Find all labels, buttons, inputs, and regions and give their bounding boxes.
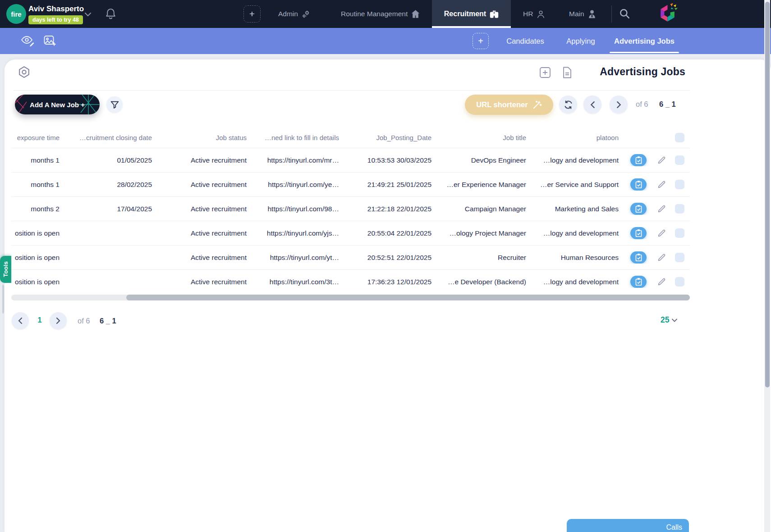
edit-row-button[interactable]: [657, 253, 666, 262]
image-add-icon: [43, 35, 56, 47]
clipboard-check-icon: [634, 229, 643, 237]
cell-signed-link[interactable]: https://tinyurl.com/yjs…: [250, 229, 343, 237]
horizontal-scrollbar[interactable]: [11, 295, 690, 300]
cell-signed-link[interactable]: https://tinyurl.com/yt…: [250, 254, 343, 262]
nav-item-hr[interactable]: HR: [523, 0, 545, 28]
person-tie-icon: [588, 10, 596, 18]
edit-row-button[interactable]: [657, 180, 666, 189]
notifications-button[interactable]: [105, 8, 116, 21]
row-checkbox[interactable]: [675, 180, 684, 189]
calls-panel-button[interactable]: Calls: [567, 519, 689, 532]
tab-label: Applying: [566, 37, 595, 45]
pencil-icon: [657, 277, 666, 286]
cell-actions: [622, 178, 670, 191]
horizontal-scrollbar-thumb[interactable]: [126, 295, 690, 300]
user-menu-chevron[interactable]: [85, 10, 91, 18]
row-checkbox[interactable]: [675, 253, 684, 262]
cell-signed-link[interactable]: https://tinyurl.com/98…: [250, 205, 343, 213]
col-exposure-time[interactable]: exposure time: [11, 134, 63, 141]
clipboard-task-button[interactable]: [630, 178, 647, 191]
cell-posting-date: 10:53:53 30/03/2025: [343, 156, 435, 164]
add-new-job-button[interactable]: Add A New Job +: [15, 95, 100, 114]
header-divider: [14, 90, 690, 91]
footer-next-button[interactable]: [50, 312, 67, 329]
row-checkbox[interactable]: [675, 155, 684, 165]
user-name[interactable]: Aviv Shasperto: [28, 5, 84, 14]
view-settings-button[interactable]: [17, 65, 31, 81]
active-tab-underline: [610, 52, 679, 54]
cell-signed-link[interactable]: https://tinyurl.com/3t…: [250, 278, 343, 286]
pager-range-label: 6 _ 1: [659, 100, 676, 109]
cell-signed-link[interactable]: https://tinyurl.com/mr…: [250, 156, 343, 164]
footer-prev-button[interactable]: [12, 312, 29, 329]
cell-signed-link[interactable]: https://tinyurl.com/ye…: [250, 181, 343, 189]
clipboard-task-button[interactable]: [630, 276, 647, 288]
eye-edit-icon: [21, 34, 35, 47]
hex-settings-icon: [17, 65, 31, 79]
page-size-dropdown[interactable]: 25: [661, 315, 677, 325]
cell-job-status: Active recruitment: [156, 278, 250, 286]
pager-prev-button[interactable]: [583, 95, 601, 114]
pager-next-button[interactable]: [610, 95, 628, 114]
add-image-view-button[interactable]: [43, 35, 56, 48]
edit-row-button[interactable]: [657, 277, 666, 286]
nav-item-admin[interactable]: Admin: [278, 0, 310, 28]
cell-platoon: …logy and development: [530, 278, 622, 286]
cell-platoon: …logy and development: [530, 156, 622, 164]
add-nav-tab-button[interactable]: +: [243, 5, 261, 23]
tab-advertising-jobs[interactable]: Advertising Jobs: [610, 28, 679, 54]
col-platoon[interactable]: platoon: [530, 134, 622, 141]
row-checkbox[interactable]: [675, 228, 684, 238]
edit-view-button[interactable]: [21, 34, 35, 49]
cell-actions: [622, 251, 670, 264]
col-job-title[interactable]: Job title: [435, 134, 530, 141]
table-row[interactable]: osition is open Active recruitment https…: [11, 245, 690, 269]
col-posting-date[interactable]: Job_Posting_Date: [343, 134, 435, 141]
nav-item-main[interactable]: Main: [569, 0, 596, 28]
clipboard-task-button[interactable]: [630, 203, 647, 215]
page-size-value: 25: [661, 315, 669, 325]
cell-job-status: Active recruitment: [156, 181, 250, 189]
current-page-number[interactable]: 1: [35, 316, 44, 325]
edit-row-button[interactable]: [657, 156, 666, 164]
workspace-logo[interactable]: fire: [6, 4, 26, 24]
url-shortener-button[interactable]: URL shortener: [465, 95, 553, 115]
clipboard-task-button[interactable]: [630, 227, 647, 239]
clipboard-task-button[interactable]: [630, 251, 647, 264]
row-checkbox[interactable]: [675, 204, 684, 214]
tools-side-tab[interactable]: Tools: [0, 256, 11, 283]
table-vertical-scrollbar-thumb[interactable]: [2, 285, 4, 314]
table-row[interactable]: months 2 17/04/2025 Active recruitment h…: [11, 196, 690, 221]
cell-posting-date: 20:52:51 22/01/2025: [343, 254, 435, 262]
footer-of-label: of 6: [78, 317, 90, 325]
nav-item-routine-management[interactable]: Routine Management: [341, 0, 420, 28]
table-row[interactable]: osition is open Active recruitment https…: [11, 221, 690, 245]
tab-applying[interactable]: Applying: [559, 28, 602, 54]
col-job-status[interactable]: Job status: [156, 134, 250, 141]
cell-posting-date: 21:49:21 25/01/2025: [343, 181, 435, 189]
col-signed-link[interactable]: …ned link to fill in details: [250, 134, 343, 141]
view-subnav: + Candidates Applying Advertising Jobs: [0, 28, 771, 54]
global-search-button[interactable]: [619, 8, 630, 21]
page-vertical-scrollbar-thumb[interactable]: [765, 2, 770, 387]
pencil-icon: [657, 205, 666, 213]
table-row[interactable]: osition is open Active recruitment https…: [11, 269, 690, 294]
row-checkbox[interactable]: [675, 277, 684, 286]
nav-item-recruitment[interactable]: Recruitment: [432, 0, 511, 28]
filter-button[interactable]: [106, 96, 123, 113]
fireberry-logo[interactable]: [657, 3, 678, 26]
add-view-tab-button[interactable]: +: [473, 33, 489, 49]
col-closing-date[interactable]: …cruitment closing date: [63, 134, 156, 141]
edit-row-button[interactable]: [657, 229, 666, 237]
clipboard-task-button[interactable]: [630, 154, 647, 166]
gears-icon: [302, 10, 310, 18]
refresh-button[interactable]: [559, 95, 577, 114]
table-row[interactable]: months 1 01/05/2025 Active recruitment h…: [11, 148, 690, 172]
edit-row-button[interactable]: [657, 205, 666, 213]
page-vertical-scrollbar[interactable]: [764, 0, 770, 532]
select-all-checkbox[interactable]: [675, 133, 684, 142]
bell-icon: [105, 8, 116, 20]
tab-candidates[interactable]: Candidates: [500, 28, 551, 54]
table-row[interactable]: months 1 28/02/2025 Active recruitment h…: [11, 172, 690, 196]
cell-job-status: Active recruitment: [156, 156, 250, 164]
